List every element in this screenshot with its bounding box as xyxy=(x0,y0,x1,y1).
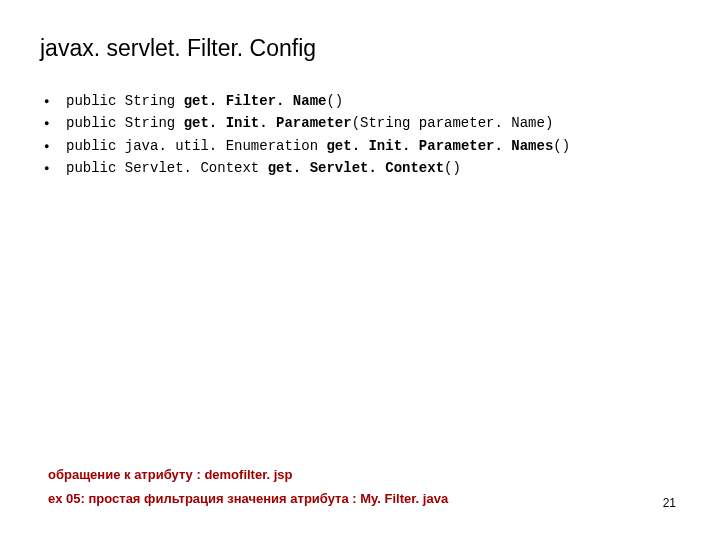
slide-title: javax. servlet. Filter. Config xyxy=(40,35,680,62)
method-prefix: public String xyxy=(66,115,184,131)
page-number: 21 xyxy=(663,496,676,510)
method-prefix: public Servlet. Context xyxy=(66,160,268,176)
method-prefix: public java. util. Enumeration xyxy=(66,138,326,154)
method-suffix: () xyxy=(326,93,343,109)
method-name: get. Init. Parameter xyxy=(184,115,352,131)
list-item: public String get. Init. Parameter(Strin… xyxy=(40,112,680,134)
method-suffix: (String parameter. Name) xyxy=(352,115,554,131)
method-list: public String get. Filter. Name() public… xyxy=(40,90,680,180)
method-prefix: public String xyxy=(66,93,184,109)
method-name: get. Filter. Name xyxy=(184,93,327,109)
method-name: get. Init. Parameter. Names xyxy=(326,138,553,154)
list-item: public String get. Filter. Name() xyxy=(40,90,680,112)
list-item: public Servlet. Context get. Servlet. Co… xyxy=(40,157,680,179)
method-suffix: () xyxy=(553,138,570,154)
footer-line-1: обращение к атрибуту : demofilter. jsp xyxy=(48,463,680,488)
method-suffix: () xyxy=(444,160,461,176)
footer-line-2: ex 05: простая фильтрация значения атриб… xyxy=(48,487,680,512)
method-name: get. Servlet. Context xyxy=(268,160,444,176)
list-item: public java. util. Enumeration get. Init… xyxy=(40,135,680,157)
footer: обращение к атрибуту : demofilter. jsp e… xyxy=(48,463,680,512)
